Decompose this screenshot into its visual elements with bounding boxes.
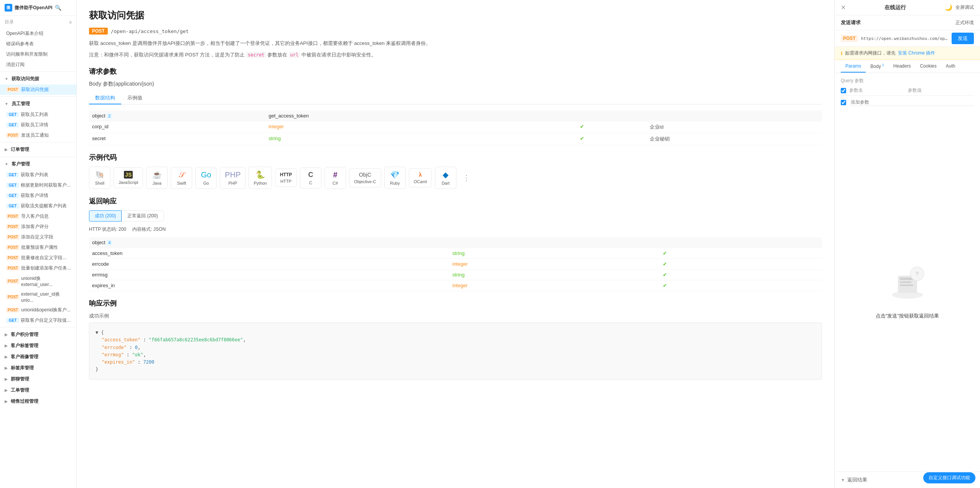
lang-ocaml[interactable]: λ OCaml <box>409 168 432 187</box>
lang-c-label: C <box>309 180 312 185</box>
sidebar-item-openapi-basics[interactable]: OpenAPI基本介绍 <box>0 28 76 39</box>
sidebar-item-error-codes[interactable]: 错误码参考表 <box>0 39 76 49</box>
sidebar-item-get-employee-detail[interactable]: GET 获取员工详情 <box>0 120 76 130</box>
lang-python-label: Python <box>254 181 267 185</box>
lang-ruby[interactable]: 💎 Ruby <box>384 167 406 189</box>
sidebar-category-work-order[interactable]: ▶工单管理 <box>0 385 76 396</box>
javascript-icon: JS <box>124 171 133 179</box>
sidebar-category-credentials[interactable]: ▼获取访问凭据 <box>0 73 76 84</box>
lang-java[interactable]: ☕ Java <box>146 167 168 189</box>
response-params-table: object 4 access_token string ✔ errcode i… <box>89 237 822 291</box>
sidebar-category-order[interactable]: ▶订单管理 <box>0 144 76 155</box>
bottom-float-button[interactable]: 自定义接口调试功能 <box>923 472 975 483</box>
sidebar-item-unionid-to-external[interactable]: POST unionid换external_user... <box>0 273 76 289</box>
panel-tab-headers[interactable]: Headers <box>889 60 915 73</box>
close-panel-button[interactable]: ✕ <box>841 4 846 11</box>
lang-dart[interactable]: ◆ Dart <box>435 167 456 189</box>
sidebar-item-send-employee-notice[interactable]: POST 发送员工通知 <box>0 130 76 141</box>
sidebar-item-add-custom-field[interactable]: POST 添加自定义字段 <box>0 232 76 242</box>
c-icon: C <box>308 171 313 179</box>
sidebar-item-import-customer[interactable]: POST 导入客户信息 <box>0 211 76 222</box>
ocaml-icon: λ <box>419 172 422 178</box>
sidebar-item-rate-limit[interactable]: 访问频率和开发限制 <box>0 49 76 60</box>
right-panel-header: ✕ 在线运行 🌙 全屏调试 <box>835 0 980 15</box>
php-icon: PHP <box>225 170 240 179</box>
sidebar-item-batch-create-task[interactable]: POST 批量创建添加客户任务... <box>0 263 76 273</box>
search-icon[interactable]: 🔍 <box>55 5 61 11</box>
sidebar-item-add-rating[interactable]: POST 添加客户评分 <box>0 222 76 232</box>
response-tab-success[interactable]: 成功 (200) <box>89 210 122 222</box>
param-add-row <box>841 97 974 108</box>
send-method-badge: POST <box>841 35 858 42</box>
right-panel-title: 在线运行 <box>884 4 906 11</box>
param-secret-required: ✔ <box>580 136 584 141</box>
param-add-checkbox[interactable] <box>841 100 846 105</box>
sidebar-item-get-employee-list[interactable]: GET 获取员工列表 <box>0 109 76 120</box>
sidebar-item-notifications[interactable]: 消息订阅 <box>0 60 76 70</box>
fullscreen-debug-label[interactable]: 全屏调试 <box>955 4 974 11</box>
param-add-name-input[interactable] <box>849 99 974 106</box>
response-example-title: 响应示例 <box>89 299 822 308</box>
params-tabs: 数据结构 示例值 <box>89 92 822 104</box>
warning-text: 如需请求内网接口，请先 <box>845 50 896 56</box>
success-example-label: 成功示例 <box>89 313 822 319</box>
ruby-icon: 💎 <box>390 170 400 179</box>
panel-tab-auth[interactable]: Auth <box>941 60 960 73</box>
param-header-checkbox[interactable] <box>841 88 846 93</box>
lang-ruby-label: Ruby <box>390 181 400 185</box>
sidebar-item-get-lost-customer[interactable]: GET 获取流失提醒客户列表 <box>0 201 76 211</box>
sidebar-category-group[interactable]: ▶群聊管理 <box>0 374 76 385</box>
panel-tab-params[interactable]: Params <box>841 60 866 73</box>
sidebar-item-get-customer-by-time[interactable]: GET 根据更新时间获取客户... <box>0 180 76 190</box>
response-object-label: object 4 <box>89 237 450 248</box>
lang-more-icon[interactable]: ⋮ <box>460 170 473 185</box>
lang-c[interactable]: C C <box>300 167 321 189</box>
sidebar-item-unionid-openid[interactable]: POST unionid&openid换客户... <box>0 305 76 315</box>
lang-python[interactable]: 🐍 Python <box>249 167 272 189</box>
http-icon: HTTP <box>280 172 292 177</box>
send-button[interactable]: 发送 <box>952 33 974 44</box>
lang-javascript-label: JavaScript <box>119 180 138 185</box>
param-value-col-header: 参数值 <box>908 87 967 94</box>
go-icon: Go <box>201 170 211 179</box>
empty-result-illustration: ? <box>884 264 931 308</box>
lang-go[interactable]: Go Go <box>195 167 217 189</box>
sidebar-category-sales[interactable]: ▶销售过程管理 <box>0 396 76 407</box>
lang-swift-label: Swift <box>177 181 186 185</box>
sidebar-item-get-custom-fields[interactable]: GET 获取客户自定义字段值... <box>0 315 76 326</box>
sidebar-category-points[interactable]: ▶客户积分管理 <box>0 329 76 340</box>
param-secret-desc: 企业秘钥 <box>647 133 822 145</box>
sidebar-toc-header: 目录 ≡ <box>0 16 76 28</box>
lang-objc[interactable]: ObjC Objective-C <box>349 168 381 187</box>
lang-http[interactable]: HTTP HTTP <box>275 169 297 187</box>
sidebar-item-get-customer-list[interactable]: GET 获取客户列表 <box>0 170 76 180</box>
sidebar-category-customer[interactable]: ▼客户管理 <box>0 159 76 170</box>
sidebar-item-external-to-unio[interactable]: POST external_user_id换unio... <box>0 289 76 305</box>
endpoint-badge: POST /open-api/access_token/get <box>89 28 189 35</box>
resp-access-token-req: ✔ <box>663 250 667 256</box>
api-description: 获取 access_token 是调用微伴开放API接口的第一步，相当于创建了一… <box>89 39 822 48</box>
sidebar-collapse-icon[interactable]: ≡ <box>69 20 72 25</box>
resp-expires-in-req: ✔ <box>663 283 667 288</box>
response-tab-normal[interactable]: 正常返回 (200) <box>122 210 163 222</box>
lang-javascript[interactable]: JS JavaScript <box>114 167 143 188</box>
sidebar-item-batch-modify[interactable]: POST 批量修改自定义字段... <box>0 253 76 263</box>
panel-tab-body[interactable]: Body 1 <box>866 60 889 73</box>
tab-example-value[interactable]: 示例值 <box>121 92 148 104</box>
lang-java-label: Java <box>153 181 161 185</box>
chrome-plugin-link[interactable]: 安装 Chrome 插件 <box>898 50 935 56</box>
sidebar-item-get-customer-detail[interactable]: GET 获取客户详情 <box>0 190 76 201</box>
sidebar-item-get-token[interactable]: POST 获取访问凭据 <box>0 84 76 95</box>
panel-tab-cookies[interactable]: Cookies <box>915 60 941 73</box>
lang-csharp[interactable]: # C# <box>324 167 346 189</box>
sidebar-item-batch-preset[interactable]: POST 批量预设客户属性 <box>0 242 76 253</box>
send-url-text: https://open.weibanzhushou.com/open-api/… <box>861 36 949 41</box>
sidebar-category-employee[interactable]: ▼员工管理 <box>0 98 76 109</box>
sidebar-category-customer-tags[interactable]: ▶客户标签管理 <box>0 340 76 351</box>
sidebar-category-label-lib[interactable]: ▶标签库管理 <box>0 362 76 374</box>
lang-shell[interactable]: 🐚 Shell <box>89 167 110 189</box>
sidebar-category-portrait[interactable]: ▶客户画像管理 <box>0 351 76 362</box>
lang-php[interactable]: PHP PHP <box>220 167 245 189</box>
tab-data-structure[interactable]: 数据结构 <box>89 92 121 104</box>
lang-swift[interactable]: 𝒮 Swift <box>171 167 192 189</box>
